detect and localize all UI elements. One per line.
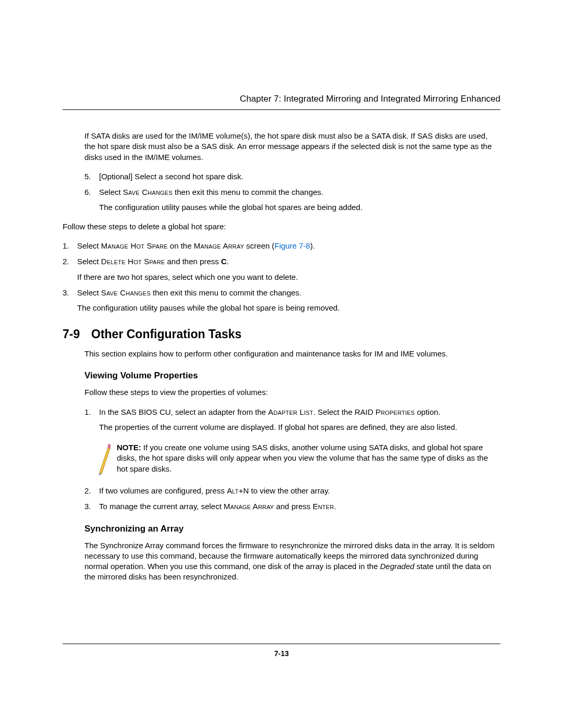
list-item: 3. To manage the current array, select M… bbox=[84, 501, 500, 512]
hotspare-add-list: 5. [Optional] Select a second hot spare … bbox=[84, 171, 500, 213]
section-title: Other Configuration Tasks bbox=[91, 327, 241, 341]
section-heading-7-9: 7-9 Other Configuration Tasks bbox=[63, 327, 500, 341]
note-text: NOTE: If you create one volume using SAS… bbox=[117, 442, 500, 474]
list-number: 3. bbox=[63, 287, 69, 299]
list-number: 6. bbox=[84, 187, 91, 198]
chapter-header: Chapter 7: Integrated Mirroring and Inte… bbox=[63, 94, 500, 110]
page-number: 7-13 bbox=[274, 649, 289, 658]
list-item: 2. If two volumes are configured, press … bbox=[84, 485, 500, 497]
delete-intro: Follow these steps to delete a global ho… bbox=[63, 221, 500, 232]
viewing-list-bottom: 2. If two volumes are configured, press … bbox=[84, 485, 500, 512]
list-item: 1. Select Manage Hot Spare on the Manage… bbox=[63, 240, 500, 252]
page-footer: 7-13 bbox=[63, 644, 500, 658]
list-number: 5. bbox=[84, 171, 91, 182]
hotspare-delete-list: 1. Select Manage Hot Spare on the Manage… bbox=[63, 240, 500, 314]
subheading-viewing: Viewing Volume Properties bbox=[63, 371, 500, 381]
list-text: If two volumes are configured, press Alt… bbox=[99, 486, 330, 495]
svg-marker-1 bbox=[108, 444, 111, 449]
svg-marker-0 bbox=[100, 448, 110, 474]
list-number: 1. bbox=[84, 406, 91, 418]
list-aftertext: The properties of the current volume are… bbox=[99, 422, 500, 433]
list-text: Select Manage Hot Spare on the Manage Ar… bbox=[77, 241, 315, 250]
list-item: 1. In the SAS BIOS CU, select an adapter… bbox=[84, 406, 500, 434]
list-number: 2. bbox=[84, 485, 91, 497]
section-intro: This section explains how to perform oth… bbox=[84, 349, 500, 359]
list-number: 1. bbox=[63, 240, 69, 252]
list-item: 3. Select Save Changes then exit this me… bbox=[63, 287, 500, 314]
document-page: Chapter 7: Integrated Mirroring and Inte… bbox=[0, 0, 563, 728]
list-text: Select Save Changes then exit this menu … bbox=[99, 188, 323, 196]
sata-paragraph: If SATA disks are used for the IM/IME vo… bbox=[84, 131, 500, 163]
viewing-intro: Follow these steps to view the propertie… bbox=[84, 387, 500, 398]
list-item: 6. Select Save Changes then exit this me… bbox=[84, 187, 500, 214]
list-text: [Optional] Select a second hot spare dis… bbox=[99, 172, 243, 181]
note-block: NOTE: If you create one volume using SAS… bbox=[84, 442, 500, 476]
pencil-icon bbox=[96, 442, 112, 476]
main-content: If SATA disks are used for the IM/IME vo… bbox=[63, 131, 500, 314]
list-number: 3. bbox=[84, 501, 91, 512]
list-text: To manage the current array, select Mana… bbox=[99, 502, 336, 511]
list-text: In the SAS BIOS CU, select an adapter fr… bbox=[99, 408, 440, 416]
figure-link[interactable]: Figure 7-8 bbox=[275, 241, 310, 250]
list-text: Select Save Changes then exit this menu … bbox=[77, 288, 301, 297]
list-aftertext: The configuration utility pauses while t… bbox=[99, 202, 500, 213]
list-item: 2. Select Delete Hot Spare and then pres… bbox=[63, 256, 500, 283]
list-aftertext: The configuration utility pauses while t… bbox=[77, 302, 500, 314]
viewing-list-top: 1. In the SAS BIOS CU, select an adapter… bbox=[84, 406, 500, 434]
list-item: 5. [Optional] Select a second hot spare … bbox=[84, 171, 500, 182]
sync-body: The Synchronize Array command forces the… bbox=[84, 540, 500, 583]
list-number: 2. bbox=[63, 256, 69, 267]
list-text: Select Delete Hot Spare and then press C… bbox=[77, 257, 229, 266]
subheading-sync: Synchronizing an Array bbox=[63, 524, 500, 534]
list-aftertext: If there are two hot spares, select whic… bbox=[77, 272, 500, 283]
section-number: 7-9 bbox=[63, 327, 91, 341]
